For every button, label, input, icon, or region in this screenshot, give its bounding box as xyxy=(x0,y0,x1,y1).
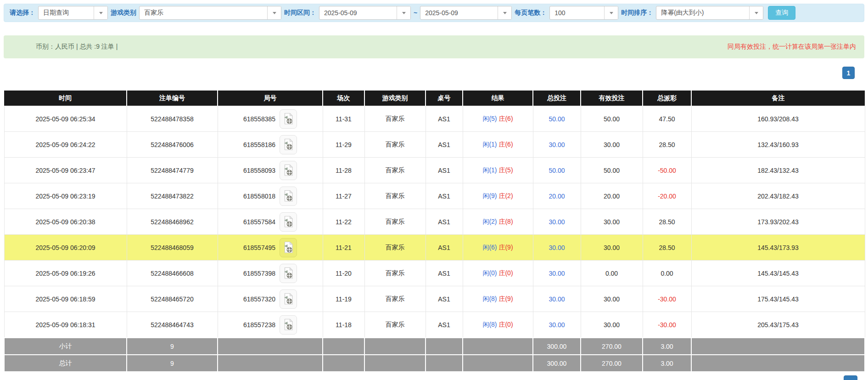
sort-order-dropdown-button[interactable] xyxy=(749,6,763,19)
date-from-value[interactable]: 2025-05-09 xyxy=(319,6,397,19)
game-type-cell: 百家乐 xyxy=(364,132,426,158)
date-from-dropdown-button[interactable] xyxy=(397,6,410,19)
session-cell: 11-27 xyxy=(323,183,364,209)
total-bet-link[interactable]: 30.00 xyxy=(549,270,565,277)
bet-id-cell: 522488466608 xyxy=(127,261,218,286)
valid-bet-notice: 同局有效投注，统一计算在该局第一张注单内 xyxy=(728,43,856,51)
query-type-dropdown-button[interactable] xyxy=(94,6,107,19)
total-empty-cell xyxy=(323,355,364,372)
game-type-cell: 百家乐 xyxy=(364,183,426,209)
table-row: 2025-05-09 06:23:19522488473822618558018… xyxy=(4,183,865,209)
page-1-button[interactable]: 1 xyxy=(842,67,855,79)
sort-order-value[interactable]: 降幂(由大到小) xyxy=(656,6,749,19)
round-cell: 618557495 xyxy=(218,235,323,261)
video-replay-icon[interactable] xyxy=(280,315,297,335)
subtotal-empty-cell xyxy=(323,338,364,355)
game-type-cell: 百家乐 xyxy=(364,106,426,132)
video-replay-icon[interactable] xyxy=(280,161,297,180)
video-replay-icon[interactable] xyxy=(280,109,297,129)
game-type-value[interactable]: 百家乐 xyxy=(140,6,267,19)
bet-id-cell: 522488478358 xyxy=(127,106,218,132)
column-header-remark: 备注 xyxy=(691,91,865,106)
subtotal-valid-bet: 270.00 xyxy=(581,338,643,355)
result-player: 闲(1) xyxy=(482,166,497,174)
round-number: 618558385 xyxy=(243,115,275,123)
session-cell: 11-18 xyxy=(323,312,364,338)
total-bet-cell: 30.00 xyxy=(533,286,581,312)
total-bet-cell: 30.00 xyxy=(533,261,581,286)
subtotal-empty-cell xyxy=(691,338,865,355)
result-player: 闲(1) xyxy=(482,141,497,148)
round-number: 618558018 xyxy=(243,193,275,200)
result-player: 闲(2) xyxy=(482,218,497,225)
total-bet-link[interactable]: 50.00 xyxy=(549,115,565,123)
round-cell: 618558186 xyxy=(218,132,323,158)
video-replay-icon[interactable] xyxy=(280,264,297,283)
total-total-bet: 300.00 xyxy=(533,355,581,372)
payout-cell: 47.50 xyxy=(643,106,691,132)
video-replay-icon[interactable] xyxy=(280,135,297,154)
video-replay-icon[interactable] xyxy=(280,212,297,232)
result-banker: 庄(5) xyxy=(498,166,513,174)
query-type-value[interactable]: 日期查询 xyxy=(39,6,94,19)
remark-cell: 145.43/145.43 xyxy=(691,261,865,286)
total-empty-cell xyxy=(463,355,533,372)
game-type-label: 游戏类别 xyxy=(111,9,136,17)
total-bet-cell: 50.00 xyxy=(533,158,581,183)
page-1-button-bottom[interactable]: 1 xyxy=(844,375,857,380)
payout-cell: 28.50 xyxy=(643,209,691,235)
column-header-session: 场次 xyxy=(323,91,364,106)
subtotal-row: 小计 9 300.00 270.00 3.00 xyxy=(4,338,865,355)
remark-cell: 175.43/145.43 xyxy=(691,286,865,312)
game-type-cell: 百家乐 xyxy=(364,209,426,235)
table-header-row: 时间注单编号局号场次游戏类别桌号结果总投注有效投注总派彩备注 xyxy=(4,91,865,106)
remark-cell: 205.43/175.43 xyxy=(691,312,865,338)
video-replay-icon[interactable] xyxy=(280,187,297,206)
time-cell: 2025-05-09 06:25:34 xyxy=(4,106,127,132)
payout-cell: -20.00 xyxy=(643,183,691,209)
time-cell: 2025-05-09 06:23:19 xyxy=(4,183,127,209)
total-bet-link[interactable]: 20.00 xyxy=(549,193,565,200)
table-row: 2025-05-09 06:25:34522488478358618558385… xyxy=(4,106,865,132)
date-to-dropdown-button[interactable] xyxy=(498,6,511,19)
session-cell: 11-28 xyxy=(323,158,364,183)
total-bet-link[interactable]: 30.00 xyxy=(549,244,565,251)
result-cell: 闲(9) 庄(2) xyxy=(463,183,533,209)
round-cell: 618558385 xyxy=(218,106,323,132)
session-cell: 11-29 xyxy=(323,132,364,158)
total-bet-link[interactable]: 50.00 xyxy=(549,167,565,174)
date-to-value[interactable]: 2025-05-09 xyxy=(420,6,498,19)
result-banker: 庄(6) xyxy=(498,115,513,122)
total-bet-link[interactable]: 30.00 xyxy=(549,321,565,329)
table-row: 2025-05-09 06:18:59522488465720618557320… xyxy=(4,286,865,312)
per-page-dropdown-button[interactable] xyxy=(604,6,618,19)
video-replay-icon[interactable] xyxy=(280,289,297,309)
search-button[interactable]: 查询 xyxy=(768,6,795,20)
round-cell: 618558018 xyxy=(218,183,323,209)
total-bet-link[interactable]: 30.00 xyxy=(549,295,565,303)
remark-cell: 160.93/208.43 xyxy=(691,106,865,132)
subtotal-empty-cell xyxy=(364,338,426,355)
column-header-time: 时间 xyxy=(4,91,127,106)
table-row: 2025-05-09 06:18:31522488464743618557238… xyxy=(4,312,865,338)
per-page-value[interactable]: 100 xyxy=(550,6,604,19)
total-bet-link[interactable]: 30.00 xyxy=(549,141,565,148)
total-bet-link[interactable]: 30.00 xyxy=(549,218,565,226)
chevron-down-icon xyxy=(402,12,406,14)
game-type-select: 百家乐 xyxy=(139,6,281,20)
total-bet-cell: 30.00 xyxy=(533,132,581,158)
table-body: 2025-05-09 06:25:34522488478358618558385… xyxy=(4,106,865,338)
column-header-table-no: 桌号 xyxy=(426,91,463,106)
page: 请选择： 日期查询 游戏类别 百家乐 时间区间： 2025-05-09 ~ 20… xyxy=(0,0,868,380)
result-cell: 闲(1) 庄(5) xyxy=(463,158,533,183)
table-row: 2025-05-09 06:20:09522488468059618557495… xyxy=(4,235,865,261)
chevron-down-icon xyxy=(503,12,507,14)
result-cell: 闲(5) 庄(6) xyxy=(463,106,533,132)
round-number: 618557495 xyxy=(243,244,275,251)
table-row: 2025-05-09 06:19:26522488466608618557398… xyxy=(4,261,865,286)
video-replay-icon[interactable] xyxy=(280,238,297,257)
game-type-dropdown-button[interactable] xyxy=(267,6,281,19)
chevron-down-icon xyxy=(99,12,103,14)
round-cell: 618558093 xyxy=(218,158,323,183)
result-player: 闲(9) xyxy=(482,192,497,199)
